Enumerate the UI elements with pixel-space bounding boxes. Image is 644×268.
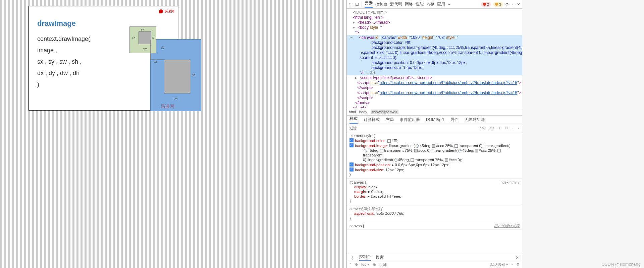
kebab-icon[interactable]: ⋮ (511, 2, 515, 7)
brand-logo: 易课网 (159, 9, 174, 14)
devtools-panel: ⬚ ☐ 元素 控制台 源代码 网络 性能 内存 应用 » 2 3 ⚙ ⋮ ✕ <… (346, 0, 522, 268)
cls-button[interactable]: .cls (489, 126, 495, 130)
styles-tabs: 样式 计算样式 布局 事件监听器 DOM 断点 属性 无障碍功能 (347, 115, 522, 124)
flame-icon (159, 9, 163, 13)
styles-filter-bar: :hov .cls ＋ ⊟ ⫠ ▪ (347, 124, 522, 132)
tab-sources[interactable]: 源代码 (390, 1, 402, 7)
tab-elements[interactable]: 元素 (365, 0, 373, 8)
drawer-tabs: ⋮ 控制台 搜索 ✕ (347, 254, 522, 261)
styles-filter-input[interactable] (350, 126, 417, 130)
tab-listeners[interactable]: 事件监听器 (400, 117, 420, 123)
kebab-icon[interactable]: ⋮ (350, 255, 354, 260)
tab-dom-breakpoints[interactable]: DOM 断点 (426, 117, 444, 123)
tab-performance[interactable]: 性能 (416, 1, 424, 7)
computed-box-icon[interactable]: ⊟ (505, 126, 508, 130)
new-rule-icon[interactable]: ＋ (498, 125, 501, 130)
more-icon[interactable]: ▪ (518, 126, 520, 130)
right-gutter (522, 0, 644, 268)
slide-title: drawImage (37, 19, 76, 28)
warning-badge[interactable]: 3 (493, 2, 503, 7)
issues-icon[interactable]: ▪ (512, 263, 513, 267)
breadcrumb[interactable]: htmlbodycanvas#canvas (347, 108, 522, 115)
source-link[interactable]: Index.html:7 (499, 180, 520, 185)
gear-icon[interactable]: ⚙ (516, 262, 520, 267)
clear-icon[interactable]: ⊘ (355, 262, 358, 267)
page-viewport: 易课网 drawImage context.drawImage( image ,… (0, 0, 346, 268)
more-tabs[interactable]: » (448, 2, 450, 7)
styles-pane[interactable]: element.style { background-color: #fff; … (347, 132, 522, 254)
dom-tree[interactable]: <!DOCTYPE html> <html lang="en"> ▸<head>… (347, 9, 522, 108)
context-selector[interactable]: top ▾ (361, 262, 369, 267)
gear-icon[interactable]: ⚙ (505, 2, 509, 7)
tab-layout[interactable]: 布局 (386, 117, 394, 123)
tab-properties[interactable]: 属性 (450, 117, 459, 123)
console-toolbar: ▯ ⊘ top ▾ ◉ 默认级别 ▾ ▪ ⚙ (347, 261, 522, 268)
watermark: 易课网 (160, 104, 174, 110)
toggle-pane-icon[interactable]: ⫠ (511, 126, 515, 130)
device-icon[interactable]: ☐ (355, 2, 359, 7)
tab-accessibility[interactable]: 无障碍功能 (465, 117, 485, 123)
drawer-tab-search[interactable]: 搜索 (376, 255, 384, 260)
tab-network[interactable]: 网络 (405, 1, 413, 7)
inspect-icon[interactable]: ⬚ (349, 2, 353, 7)
console-filter-input[interactable] (379, 263, 487, 267)
eye-icon[interactable]: ◉ (373, 262, 376, 267)
tab-console[interactable]: 控制台 (375, 1, 387, 7)
close-icon[interactable]: ✕ (516, 255, 519, 260)
drawimage-diagram: sy sx sh sw dy dx dh dw (129, 26, 202, 112)
error-badge[interactable]: 2 (481, 2, 491, 7)
canvas-element[interactable]: 易课网 drawImage context.drawImage( image ,… (29, 6, 178, 111)
devtools-toolbar: ⬚ ☐ 元素 控制台 源代码 网络 性能 内存 应用 » 2 3 ⚙ ⋮ ✕ (347, 0, 522, 9)
tab-memory[interactable]: 内存 (426, 1, 434, 7)
page-watermark: CSDN @slomzhang (601, 262, 641, 267)
drawer-tab-console[interactable]: 控制台 (359, 254, 371, 261)
level-selector[interactable]: 默认级别 ▾ (490, 262, 508, 267)
tab-styles[interactable]: 样式 (350, 116, 358, 124)
close-icon[interactable]: ✕ (517, 2, 520, 7)
sidebar-toggle-icon[interactable]: ▯ (350, 262, 352, 267)
hov-button[interactable]: :hov (479, 126, 486, 130)
code-block: context.drawImage( image , sx , sy , sw … (37, 33, 90, 90)
tab-application[interactable]: 应用 (437, 1, 445, 7)
tab-computed[interactable]: 计算样式 (364, 117, 380, 123)
